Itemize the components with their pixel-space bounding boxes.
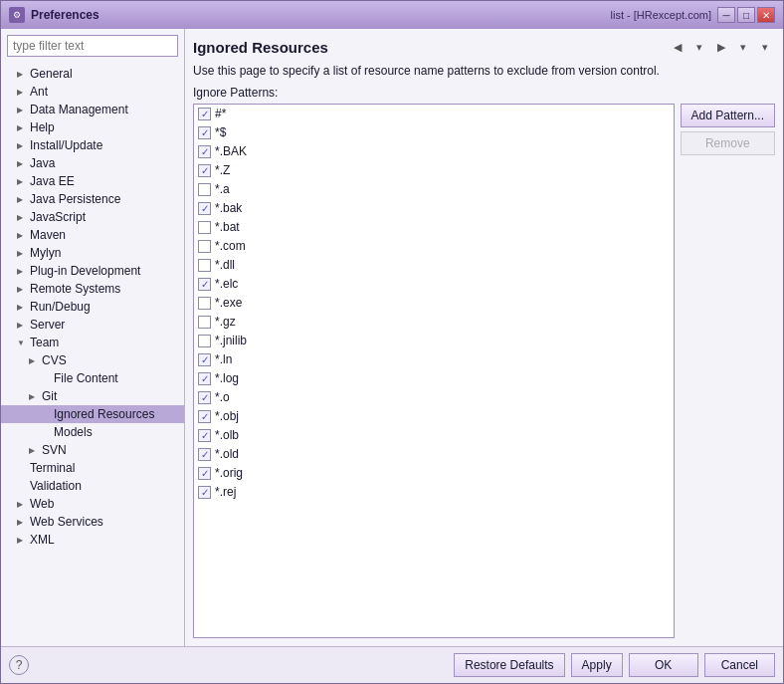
expand-arrow: ▶ <box>17 88 27 97</box>
close-button[interactable]: ✕ <box>757 7 775 23</box>
sidebar-item-cvs[interactable]: ▶CVS <box>1 351 184 369</box>
list-item[interactable]: ✓*.rej <box>194 483 674 502</box>
sidebar-item-validation[interactable]: Validation <box>1 477 184 495</box>
list-item[interactable]: *.a <box>194 180 674 199</box>
sidebar-item-models[interactable]: Models <box>1 423 184 441</box>
list-item[interactable]: ✓#* <box>194 105 674 123</box>
add-pattern-button[interactable]: Add Pattern... <box>681 104 775 127</box>
expand-arrow: ▶ <box>17 303 27 312</box>
back-button[interactable]: ◀ <box>668 37 687 57</box>
sidebar-item-general[interactable]: ▶General <box>1 65 184 83</box>
list-item[interactable]: ✓*.obj <box>194 407 674 426</box>
sidebar-item-web-services[interactable]: ▶Web Services <box>1 513 184 531</box>
sidebar-item-git[interactable]: ▶Git <box>1 387 184 405</box>
list-item[interactable]: ✓*.old <box>194 445 674 464</box>
menu-dropdown-button[interactable]: ▾ <box>755 37 775 57</box>
list-item[interactable]: *.jnilib <box>194 332 674 350</box>
list-item[interactable]: *.gz <box>194 313 674 332</box>
checkbox[interactable]: ✓ <box>198 145 211 158</box>
apply-button[interactable]: Apply <box>571 653 623 677</box>
sidebar-item-web[interactable]: ▶Web <box>1 495 184 513</box>
restore-defaults-button[interactable]: Restore Defaults <box>454 653 564 677</box>
list-item[interactable]: *.dll <box>194 256 674 275</box>
sidebar-item-java[interactable]: ▶Java <box>1 154 184 172</box>
checkbox[interactable]: ✓ <box>198 353 211 366</box>
checkbox[interactable]: ✓ <box>198 448 211 461</box>
list-item[interactable]: *.com <box>194 237 674 256</box>
sidebar-item-terminal[interactable]: Terminal <box>1 459 184 477</box>
ok-button[interactable]: OK <box>629 653 698 677</box>
back-dropdown-button[interactable]: ▾ <box>689 37 709 57</box>
checkbox[interactable]: ✓ <box>198 391 211 404</box>
expand-arrow: ▶ <box>29 446 39 455</box>
sidebar-item-svn[interactable]: ▶SVN <box>1 441 184 459</box>
window-controls: ─ □ ✕ <box>717 7 775 23</box>
sidebar-item-java-ee[interactable]: ▶Java EE <box>1 172 184 190</box>
list-item[interactable]: ✓*.ln <box>194 350 674 369</box>
forward-dropdown-button[interactable]: ▾ <box>733 37 753 57</box>
checkbox[interactable] <box>198 221 211 234</box>
checkbox[interactable]: ✓ <box>198 278 211 291</box>
sidebar-item-java-persistence[interactable]: ▶Java Persistence <box>1 190 184 208</box>
list-item[interactable]: ✓*.BAK <box>194 142 674 161</box>
expand-arrow <box>17 464 27 473</box>
sidebar-item-data-management[interactable]: ▶Data Management <box>1 101 184 118</box>
checkbox[interactable] <box>198 335 211 347</box>
sidebar-item-help[interactable]: ▶Help <box>1 118 184 136</box>
list-item[interactable]: ✓*.orig <box>194 464 674 483</box>
sidebar-item-file-content[interactable]: File Content <box>1 369 184 387</box>
checkbox[interactable] <box>198 183 211 196</box>
help-icon[interactable]: ? <box>9 655 29 675</box>
expand-arrow: ▶ <box>17 267 27 276</box>
checkbox[interactable]: ✓ <box>198 410 211 423</box>
maximize-button[interactable]: □ <box>737 7 755 23</box>
sidebar-item-ant[interactable]: ▶Ant <box>1 83 184 101</box>
expand-arrow <box>41 374 51 383</box>
sidebar-item-remote-systems[interactable]: ▶Remote Systems <box>1 280 184 298</box>
sidebar-item-xml[interactable]: ▶XML <box>1 531 184 549</box>
checkbox[interactable]: ✓ <box>198 467 211 480</box>
checkbox[interactable]: ✓ <box>198 372 211 385</box>
bottom-right-buttons: Restore Defaults Apply OK Cancel <box>454 653 775 677</box>
title-bar: ⚙ Preferences list - [HRexcept.com] ─ □ … <box>1 1 783 29</box>
patterns-list[interactable]: ✓#* ✓*$ ✓*.BAK ✓*.Z *.a ✓*.bak *.bat *.c… <box>193 104 675 638</box>
remove-button[interactable]: Remove <box>681 131 775 155</box>
expand-arrow: ▶ <box>17 70 27 79</box>
minimize-button[interactable]: ─ <box>717 7 735 23</box>
list-item[interactable]: ✓*.bak <box>194 199 674 218</box>
sidebar-item-run-debug[interactable]: ▶Run/Debug <box>1 298 184 316</box>
content-area: ▶General ▶Ant ▶Data Management ▶Help ▶In… <box>1 29 783 646</box>
list-item[interactable]: ✓*.o <box>194 388 674 407</box>
checkbox[interactable] <box>198 240 211 253</box>
list-item[interactable]: ✓*.log <box>194 369 674 388</box>
checkbox[interactable] <box>198 297 211 310</box>
checkbox[interactable] <box>198 259 211 272</box>
filter-input[interactable] <box>7 35 178 57</box>
checkbox[interactable]: ✓ <box>198 108 211 120</box>
list-item[interactable]: ✓*.elc <box>194 275 674 294</box>
sidebar-item-plugin-development[interactable]: ▶Plug-in Development <box>1 262 184 280</box>
list-item[interactable]: ✓*.Z <box>194 161 674 180</box>
list-item[interactable]: ✓*.olb <box>194 426 674 445</box>
forward-button[interactable]: ▶ <box>711 37 731 57</box>
checkbox[interactable]: ✓ <box>198 429 211 442</box>
sidebar-item-ignored-resources[interactable]: Ignored Resources <box>1 405 184 423</box>
checkbox[interactable] <box>198 316 211 329</box>
sidebar-item-maven[interactable]: ▶Maven <box>1 226 184 244</box>
sidebar-item-server[interactable]: ▶Server <box>1 316 184 334</box>
expand-arrow <box>17 482 27 491</box>
side-buttons: Add Pattern... Remove <box>681 104 775 638</box>
checkbox[interactable]: ✓ <box>198 202 211 215</box>
list-item[interactable]: *.bat <box>194 218 674 237</box>
checkbox[interactable]: ✓ <box>198 486 211 499</box>
sidebar-item-team[interactable]: ▼Team <box>1 334 184 351</box>
list-item[interactable]: ✓*$ <box>194 123 674 142</box>
sidebar-item-javascript[interactable]: ▶JavaScript <box>1 208 184 226</box>
sidebar-item-mylyn[interactable]: ▶Mylyn <box>1 244 184 262</box>
cancel-button[interactable]: Cancel <box>704 653 775 677</box>
checkbox[interactable]: ✓ <box>198 126 211 139</box>
sidebar-item-install-update[interactable]: ▶Install/Update <box>1 136 184 154</box>
expand-arrow: ▶ <box>17 177 27 186</box>
checkbox[interactable]: ✓ <box>198 164 211 177</box>
list-item[interactable]: *.exe <box>194 294 674 313</box>
